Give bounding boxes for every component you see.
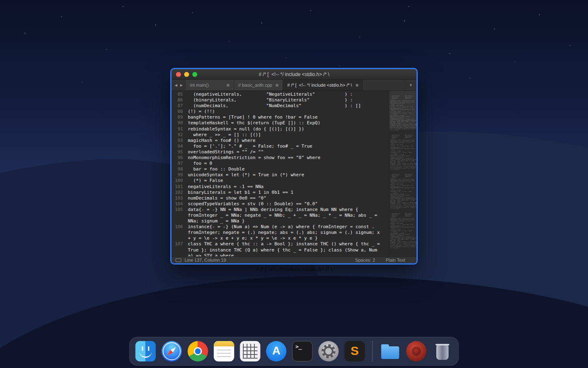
code-line[interactable]: 97 foo = 0 bbox=[172, 161, 416, 166]
sublime-text-window[interactable]: # /* [ <!-- */ include <stdio.h> /* \ ◀ … bbox=[172, 69, 416, 263]
line-text: magicHash = foo# () where bbox=[188, 138, 256, 144]
tab-modified-dot[interactable] bbox=[356, 84, 359, 87]
line-number: 85 bbox=[172, 92, 188, 97]
dock-separator bbox=[372, 341, 373, 362]
minimap[interactable]: (negativeLiterals, "NegativeLiterals" ) … bbox=[389, 91, 416, 256]
code-line[interactable]: 104scopedTypeVariables = stv (0 :: Doubl… bbox=[172, 201, 416, 207]
syntax-setting[interactable]: Plain Text bbox=[386, 258, 405, 263]
line-text: templateHaskell = thc $(return (TupE [])… bbox=[188, 120, 321, 126]
code-line[interactable]: 100 (*) = False bbox=[172, 178, 416, 184]
line-number: 91 bbox=[172, 126, 188, 132]
code-line[interactable]: 101negativeLiterals = -1 == NNa bbox=[172, 184, 416, 190]
dock-folder-icon[interactable] bbox=[380, 341, 401, 361]
dock-terminal-icon[interactable] bbox=[292, 341, 313, 361]
code-line[interactable]: NNa; signum _ = NNa } bbox=[172, 218, 416, 224]
traffic-lights bbox=[176, 72, 197, 77]
dock-notes-icon[interactable] bbox=[214, 341, 234, 361]
tab-overflow-button[interactable]: ▼ bbox=[405, 80, 416, 90]
line-text: unicodeSyntax = let (*) = True in (*) wh… bbox=[188, 172, 304, 178]
line-number: 88 bbox=[172, 109, 188, 114]
line-number bbox=[172, 236, 188, 241]
tab[interactable]: // basic_arith.cpp bbox=[234, 80, 283, 90]
line-number: 103 bbox=[172, 195, 188, 201]
line-number: 87 bbox=[172, 103, 188, 109]
code-line[interactable]: 107class THC a where { thc :: a -> Bool … bbox=[172, 241, 416, 247]
code-line[interactable]: 99unicodeSyntax = let (*) = True in (*) … bbox=[172, 172, 416, 178]
line-text: overloadedStrings = "" /= "" bbox=[188, 149, 263, 155]
tab-scroll-right-icon[interactable]: ▶ bbox=[180, 83, 183, 87]
minimap-viewport[interactable] bbox=[389, 91, 416, 128]
line-text: noMonomorphismRestriction = show foo == … bbox=[188, 155, 321, 161]
code-line[interactable]: 87 (numDecimals, "NumDecimals" ) : [] bbox=[172, 103, 416, 109]
code-line[interactable]: 98 bar = foo :: Double bbox=[172, 166, 416, 172]
code-line[interactable]: 91rebindableSyntax = null (do { [()]; [(… bbox=[172, 126, 416, 132]
code-line[interactable]: 88(!) = (!!) bbox=[172, 109, 416, 114]
line-number: 89 bbox=[172, 114, 188, 120]
line-text: where _ >> _ = [] :: [()] bbox=[188, 132, 261, 138]
code-line[interactable]: 93magicHash = foo# () where bbox=[172, 138, 416, 144]
dock-app-store-icon[interactable] bbox=[266, 341, 287, 361]
window-title: # /* [ <!-- */ include <stdio.h> /* \ bbox=[258, 72, 329, 77]
line-number: 90 bbox=[172, 120, 188, 126]
line-text: foo = 0 bbox=[188, 161, 212, 166]
dock-system-preferences-icon[interactable] bbox=[318, 341, 339, 361]
status-bar: Line 137, Column 19 Spaces: 2 Plain Text bbox=[172, 256, 416, 263]
line-text: (*) = False bbox=[188, 178, 223, 184]
line-number: 92 bbox=[172, 132, 188, 138]
line-number bbox=[172, 247, 188, 253]
tab[interactable]: int main() bbox=[186, 80, 234, 90]
line-text: a) => STV a where bbox=[188, 253, 234, 256]
minimize-button[interactable] bbox=[184, 72, 189, 77]
dock-chrome-icon[interactable] bbox=[188, 341, 208, 361]
line-number bbox=[172, 218, 188, 224]
code-line[interactable]: + y = \e -> x e + y e; x * y = \e -> x e… bbox=[172, 236, 416, 241]
code-line[interactable]: 85 (negativeLiterals, "NegativeLiterals"… bbox=[172, 92, 416, 97]
indent-setting[interactable]: Spaces: 2 bbox=[355, 258, 375, 263]
tab[interactable]: # /* [ <!-- */ include <stdio.h> /* \ bbox=[283, 80, 363, 90]
code-editor[interactable]: 85 (negativeLiterals, "NegativeLiterals"… bbox=[172, 91, 416, 256]
close-button[interactable] bbox=[176, 72, 181, 77]
cursor-position: Line 137, Column 19 bbox=[185, 258, 226, 263]
dock-trash-icon[interactable] bbox=[432, 341, 453, 361]
line-number: 106 bbox=[172, 224, 188, 230]
dock-finder-icon[interactable] bbox=[136, 341, 156, 361]
code-line[interactable]: 105data{- = -} NN = NNa | NNb deriving E… bbox=[172, 207, 416, 213]
code-line[interactable]: 94 foo = ['.']; "." # _ = False; foo# _ … bbox=[172, 144, 416, 149]
window-titlebar[interactable]: # /* [ <!-- */ include <stdio.h> /* \ bbox=[172, 69, 416, 80]
code-line[interactable]: 92 where _ >> _ = [] :: [()] bbox=[172, 132, 416, 138]
code-line[interactable]: 96noMonomorphismRestriction = show foo =… bbox=[172, 155, 416, 161]
vintage-mode-icon[interactable] bbox=[176, 258, 181, 262]
line-text: True }; instance THC (Q a) where { thc _… bbox=[188, 247, 377, 253]
code-line[interactable]: 106instance{- = -} (Num a) => Num (e -> … bbox=[172, 224, 416, 230]
line-text: negativeLiterals = -1 == NNa bbox=[188, 184, 263, 190]
code-line[interactable]: 102binaryLiterals = let b1 = 1 in 0b1 ==… bbox=[172, 190, 416, 195]
line-number: 107 bbox=[172, 241, 188, 247]
code-line[interactable]: a) => STV a where bbox=[172, 253, 416, 256]
code-line[interactable]: 95overloadedStrings = "" /= "" bbox=[172, 149, 416, 155]
tab-scroll-left-icon[interactable]: ◀ bbox=[175, 83, 177, 87]
zoom-button[interactable] bbox=[192, 72, 197, 77]
tab-modified-dot[interactable] bbox=[227, 84, 229, 87]
code-line[interactable]: fromInteger _ = NNa; negate _ = NNb; _ +… bbox=[172, 213, 416, 218]
dock-sublime-text-icon[interactable] bbox=[345, 341, 365, 361]
code-line[interactable]: 89bangPatterns = [True] ! 0 where foo !b… bbox=[172, 114, 416, 120]
line-number: 100 bbox=[172, 178, 188, 184]
code-line[interactable]: True }; instance THC (Q a) where { thc _… bbox=[172, 247, 416, 253]
line-text: data{- = -} NN = NNa | NNb deriving Eq; … bbox=[188, 207, 358, 213]
desktop: { "window": { "title": "# /* [ <!-- */ i… bbox=[0, 0, 588, 368]
chevron-down-icon: ▼ bbox=[409, 83, 412, 87]
dock-grid-app-icon[interactable] bbox=[240, 341, 261, 361]
line-text: binaryLiterals = let b1 = 1 in 0b1 == 1 bbox=[188, 190, 293, 195]
tab-modified-dot[interactable] bbox=[276, 84, 278, 87]
code-line[interactable]: 103numDecimals = show 0e0 == "0" bbox=[172, 195, 416, 201]
code-line[interactable]: fromInteger; negate = (.) negate; abs = … bbox=[172, 230, 416, 236]
dock bbox=[129, 337, 459, 366]
line-number: 104 bbox=[172, 201, 188, 207]
tab-strip: int main()// basic_arith.cpp# /* [ <!-- … bbox=[186, 80, 363, 90]
dock-downloads-icon[interactable] bbox=[406, 341, 427, 361]
code-line[interactable]: 90templateHaskell = thc $(return (TupE [… bbox=[172, 120, 416, 126]
line-number bbox=[172, 213, 188, 218]
dock-safari-icon[interactable] bbox=[162, 341, 182, 361]
line-text: fromInteger; negate = (.) negate; abs = … bbox=[188, 230, 380, 236]
code-line[interactable]: 86 (binaryLiterals, "BinaryLiterals" ) : bbox=[172, 97, 416, 103]
